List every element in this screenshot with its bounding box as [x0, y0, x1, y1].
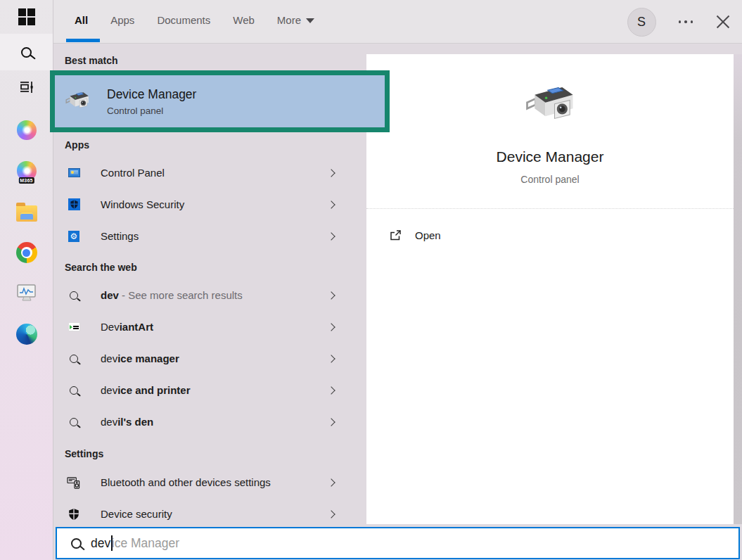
- tab-all[interactable]: All: [75, 14, 88, 26]
- tab-more[interactable]: More: [277, 14, 314, 26]
- chevron-right-icon[interactable]: [327, 323, 335, 331]
- search-icon: [21, 47, 32, 58]
- filter-tabs: All Apps Documents Web More: [75, 14, 314, 26]
- search-filter-bar: All Apps Documents Web More S: [53, 0, 742, 44]
- web-result-deviantart[interactable]: DeviantArt: [53, 311, 366, 343]
- copilot-button[interactable]: [0, 110, 53, 151]
- chevron-right-icon[interactable]: [327, 169, 335, 177]
- result-settings[interactable]: ⚙ Settings: [53, 220, 366, 252]
- web-result-device-manager[interactable]: device manager: [53, 343, 366, 374]
- system-monitor-button[interactable]: [0, 273, 53, 314]
- search-flyout: All Apps Documents Web More S Best match…: [53, 0, 742, 560]
- tab-documents[interactable]: Documents: [157, 14, 210, 26]
- more-options-icon[interactable]: [677, 16, 695, 27]
- m365-copilot-button[interactable]: M365: [0, 151, 53, 191]
- chevron-right-icon[interactable]: [327, 478, 335, 486]
- search-icon: [70, 355, 78, 363]
- search-icon: [70, 386, 78, 395]
- copilot-icon: [17, 120, 37, 140]
- detail-subtitle: Control panel: [520, 174, 579, 185]
- search-the-web-header: Search the web: [65, 261, 366, 274]
- chevron-right-icon[interactable]: [327, 291, 335, 299]
- search-icon: [71, 538, 82, 549]
- autocomplete-suggestion: ice Manager: [112, 536, 179, 551]
- file-explorer-icon: [16, 205, 37, 222]
- chevron-right-icon[interactable]: [327, 232, 335, 240]
- windows-security-icon: [68, 198, 80, 210]
- open-action[interactable]: Open: [389, 229, 734, 242]
- apps-header: Apps: [65, 139, 366, 151]
- best-match-header: Best match: [65, 54, 366, 67]
- chevron-right-icon[interactable]: [327, 386, 335, 394]
- user-avatar[interactable]: S: [627, 8, 656, 37]
- chevron-right-icon[interactable]: [327, 201, 335, 208]
- results-column: Best match Apps Control Panel Windows Se…: [53, 44, 366, 526]
- settings-header: Settings: [65, 447, 366, 460]
- open-external-icon: [389, 229, 402, 242]
- m365-badge: M365: [18, 177, 34, 184]
- windows-logo-icon: [18, 8, 35, 25]
- control-panel-icon: [68, 168, 80, 177]
- web-result-dev[interactable]: dev - See more search results: [53, 279, 366, 311]
- file-explorer-button[interactable]: [0, 191, 53, 232]
- deviantart-icon: [68, 322, 80, 331]
- chevron-down-icon: [306, 18, 314, 23]
- search-icon: [70, 291, 78, 300]
- web-result-devils-den[interactable]: devil's den: [53, 406, 366, 438]
- web-result-device-and-printer[interactable]: device and printer: [53, 374, 366, 406]
- taskbar: M365: [0, 0, 53, 560]
- edge-icon: [16, 324, 37, 345]
- close-icon[interactable]: [715, 14, 731, 30]
- device-security-shield-icon: [68, 508, 80, 521]
- active-tab-underline: [66, 39, 100, 42]
- device-manager-icon: [523, 81, 577, 130]
- task-view-icon: [18, 78, 36, 96]
- device-manager-icon: [64, 89, 91, 113]
- windows-search-screen: M365 All Apps Documents We: [0, 0, 742, 560]
- tab-apps[interactable]: Apps: [110, 14, 134, 26]
- chrome-button[interactable]: [0, 232, 53, 273]
- setting-bluetooth-devices[interactable]: Bluetooth and other devices settings: [53, 466, 366, 498]
- detail-title: Device Manager: [497, 148, 604, 165]
- system-monitor-icon: [16, 284, 37, 303]
- desktop-strip: [734, 54, 742, 524]
- start-button[interactable]: [0, 0, 53, 34]
- search-icon: [70, 418, 78, 426]
- topbar-controls: S: [627, 0, 731, 44]
- chevron-right-icon[interactable]: [327, 418, 335, 426]
- edge-button[interactable]: [0, 314, 53, 355]
- tab-web[interactable]: Web: [233, 14, 255, 26]
- detail-panel: Device Manager Control panel Open: [366, 54, 734, 524]
- taskbar-search-button[interactable]: [0, 34, 53, 70]
- search-input[interactable]: dev ice Manager: [91, 535, 179, 551]
- result-control-panel[interactable]: Control Panel: [53, 157, 366, 189]
- task-view-button[interactable]: [0, 70, 53, 104]
- best-match-item[interactable]: Device Manager Control panel: [55, 75, 385, 127]
- setting-device-security[interactable]: Device security: [53, 498, 366, 530]
- open-label: Open: [415, 229, 441, 241]
- detail-header: Device Manager Control panel: [366, 54, 734, 209]
- bluetooth-devices-icon: [67, 475, 81, 490]
- chevron-right-icon[interactable]: [327, 510, 335, 518]
- settings-gear-icon: ⚙: [68, 231, 79, 242]
- m365-copilot-icon: M365: [17, 161, 37, 181]
- best-match-title: Device Manager: [107, 87, 196, 102]
- chrome-icon: [16, 242, 37, 263]
- best-match-subtitle: Control panel: [107, 106, 196, 116]
- search-box[interactable]: dev ice Manager: [56, 527, 740, 559]
- chevron-right-icon[interactable]: [327, 355, 335, 362]
- result-windows-security[interactable]: Windows Security: [53, 189, 366, 220]
